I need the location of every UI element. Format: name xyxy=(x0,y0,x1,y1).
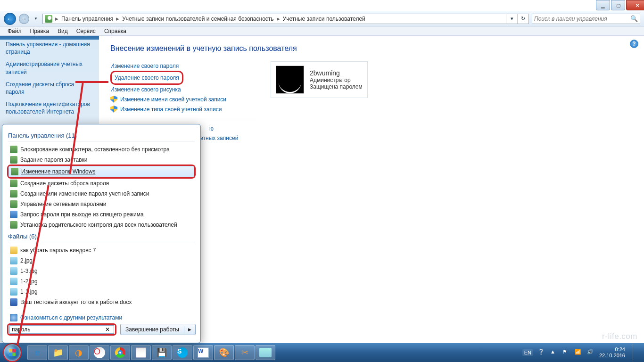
dropdown-icon[interactable]: ▾ xyxy=(506,14,517,24)
sm-item[interactable]: Создание или изменение пароля учетной за… xyxy=(8,189,195,199)
refresh-button[interactable]: ↻ xyxy=(517,14,528,24)
start-menu: Панель управления (11) Блокирование комп… xyxy=(2,124,201,343)
taskbar-photos[interactable] xyxy=(256,345,275,360)
search-icon[interactable]: 🔍 xyxy=(630,15,638,22)
clock[interactable]: 0:24 22.10.2016 xyxy=(599,346,625,359)
taskbar-ie[interactable]: e xyxy=(27,345,47,360)
shutdown-button[interactable]: Завершение работы ▶ xyxy=(120,324,196,335)
sm-group-list: Блокирование компьютера, оставленного бе… xyxy=(8,144,195,230)
history-dropdown[interactable]: ▼ xyxy=(32,16,40,21)
sm-group-heading: Панель управления (11) xyxy=(8,132,195,141)
chevron-right-icon: ▶ xyxy=(276,16,281,21)
annotation-highlight: Удаление своего пароля xyxy=(110,71,183,85)
link-change-password[interactable]: Изменение своего пароля xyxy=(110,61,256,71)
page-title: Внесение изменений в учетную запись поль… xyxy=(110,44,633,53)
control-icon xyxy=(10,156,17,164)
menu-edit[interactable]: Правка xyxy=(26,27,53,35)
sm-item[interactable]: Блокирование компьютера, оставленного бе… xyxy=(8,144,195,155)
link-change-type[interactable]: Изменение типа своей учетной записи xyxy=(110,104,256,114)
sm-item[interactable]: 1-2.jpg xyxy=(8,276,195,287)
sm-item[interactable]: Задание пароля заставки xyxy=(8,155,195,165)
help-icon[interactable]: ? xyxy=(630,40,638,48)
taskbar-paint[interactable]: 🎨 xyxy=(214,345,234,360)
breadcrumb-segment[interactable]: Панель управления xyxy=(59,14,115,24)
annotation-highlight: пароль ✕ xyxy=(7,323,116,336)
chevron-right-icon: ▶ xyxy=(54,16,59,21)
tray-flag-icon[interactable]: ⚑ xyxy=(562,349,570,356)
control-icon xyxy=(10,221,17,229)
search-box[interactable]: 🔍 xyxy=(532,14,640,24)
menu-help[interactable]: Справка xyxy=(100,27,130,35)
sm-item-change-password[interactable]: Изменение пароля Windows xyxy=(8,166,194,177)
link-change-picture[interactable]: Изменение своего рисунка xyxy=(110,85,256,94)
link-partial-1[interactable]: ю xyxy=(209,124,256,133)
sm-item[interactable]: Ваш тестовый аккаунт готов к работе.docx xyxy=(8,297,195,307)
taskbar-notepad[interactable] xyxy=(131,345,151,360)
sm-item[interactable]: 1-3.jpg xyxy=(8,266,195,276)
menu-tools[interactable]: Сервис xyxy=(73,27,99,35)
sm-item[interactable]: 2.jpg xyxy=(8,255,195,266)
sidebar-link-manage[interactable]: Администрирование учетных записей xyxy=(6,60,93,75)
sm-item[interactable]: 1-1.jpg xyxy=(8,287,195,297)
tray-chevron-up-icon[interactable]: ▲ xyxy=(550,349,558,356)
user-name: 2bwuming xyxy=(310,69,363,77)
maximize-button[interactable]: ▢ xyxy=(611,0,625,10)
tray-network-icon[interactable]: 📶 xyxy=(575,349,582,356)
close-button[interactable]: ✕ xyxy=(626,0,644,10)
power-icon xyxy=(10,211,17,218)
sm-item[interactable]: Установка родительского контроля для все… xyxy=(8,220,195,230)
clear-icon[interactable]: ✕ xyxy=(103,326,112,333)
folder-icon xyxy=(10,247,17,254)
taskbar-word[interactable]: W xyxy=(193,345,213,360)
sidebar-link-home[interactable]: Панель управления - домашняя страница xyxy=(6,41,93,56)
taskbar-wmp[interactable]: ◑ xyxy=(69,345,89,360)
address-bar[interactable]: ▶ Панель управления ▶ Учетные записи пол… xyxy=(42,14,529,24)
menu-bar: Файл Правка Вид Сервис Справка xyxy=(0,26,644,36)
control-icon xyxy=(11,168,18,175)
taskbar-skype[interactable]: S xyxy=(173,345,192,360)
sm-item[interactable]: Запрос пароля при выходе из спящего режи… xyxy=(8,209,195,220)
link-partial-2[interactable]: учетных записей xyxy=(194,133,256,143)
sm-search-input[interactable]: пароль ✕ xyxy=(9,325,114,334)
window-controls: ▁ ▢ ✕ xyxy=(596,0,644,10)
control-icon xyxy=(10,146,17,153)
link-change-name[interactable]: Изменение имени своей учетной записи xyxy=(110,94,256,104)
system-tray: EN ❔ ▲ ⚑ 📶 🔊 0:24 22.10.2016 xyxy=(522,344,641,362)
taskbar-explorer[interactable]: 📁 xyxy=(48,345,68,360)
tray-help-icon[interactable]: ❔ xyxy=(538,349,545,356)
breadcrumb-segment[interactable]: Учетные записи пользователей и семейная … xyxy=(120,14,275,24)
taskbar-opera[interactable]: O xyxy=(90,345,109,360)
sm-item[interactable]: Создание дискеты сброса пароля xyxy=(8,178,195,189)
chevron-right-icon[interactable]: ▶ xyxy=(184,327,195,332)
forward-button[interactable]: → xyxy=(19,14,29,24)
menu-file[interactable]: Файл xyxy=(4,27,25,35)
user-role: Администратор xyxy=(310,77,363,83)
back-button[interactable]: ← xyxy=(4,13,16,25)
shield-icon xyxy=(110,106,117,113)
divider xyxy=(110,119,256,119)
task-icons: e 📁 ◑ O 💾 S W 🎨 ✂ xyxy=(27,345,275,360)
search-input[interactable] xyxy=(534,16,628,22)
document-icon xyxy=(10,298,17,306)
annotation-highlight: Изменение пароля Windows xyxy=(7,165,196,179)
chevron-right-icon: ▶ xyxy=(115,16,120,21)
link-remove-password[interactable]: Удаление своего пароля xyxy=(115,73,179,82)
start-button[interactable] xyxy=(3,343,22,362)
sm-item[interactable]: Управление сетевыми паролями xyxy=(8,199,195,209)
taskbar-chrome[interactable] xyxy=(110,345,130,360)
breadcrumb-segment[interactable]: Учетные записи пользователей xyxy=(281,14,367,24)
show-desktop-button[interactable] xyxy=(633,344,638,362)
menu-view[interactable]: Вид xyxy=(54,27,72,35)
taskbar-save[interactable]: 💾 xyxy=(152,345,172,360)
taskbar: e 📁 ◑ O 💾 S W 🎨 ✂ EN ❔ ▲ ⚑ 📶 🔊 0:24 22.1… xyxy=(0,343,644,362)
language-indicator[interactable]: EN xyxy=(522,349,533,356)
image-icon xyxy=(10,278,17,285)
minimize-button[interactable]: ▁ xyxy=(596,0,610,10)
sm-footer: пароль ✕ Завершение работы ▶ xyxy=(7,320,196,339)
taskbar-snip[interactable]: ✂ xyxy=(235,345,255,360)
control-panel-icon xyxy=(45,15,52,23)
annotation-line xyxy=(75,81,108,83)
tray-volume-icon[interactable]: 🔊 xyxy=(587,349,594,356)
clock-time: 0:24 xyxy=(599,346,625,353)
watermark: r-life.com xyxy=(602,332,637,341)
